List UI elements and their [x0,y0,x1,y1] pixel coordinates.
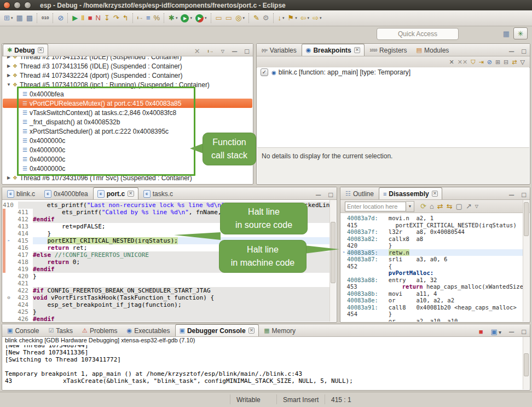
thread-row[interactable]: ▶❖Thread #3 1073413156 (IDLE) (Suspended… [3,61,252,71]
tab-disassembly[interactable]: ≡Disassembly✕ [379,187,442,199]
editor-scrollbar[interactable] [329,200,336,322]
new-view-icon[interactable]: ▢ [455,200,464,213]
disconnect-icon[interactable]: N [95,12,102,24]
suspend-icon[interactable]: Ⅱ [80,12,85,24]
tab-debugger-console[interactable]: ▣Debugger Console✕ [175,324,259,336]
quick-access-button[interactable]: Quick Access [377,28,459,40]
stack-frame-row[interactable]: ☰vTaskSwitchContext() at tasks.c:2,846 0… [3,108,252,117]
home-icon[interactable]: ⌂ [429,200,435,213]
display-console-icon[interactable]: ▣▾ [490,326,502,338]
last-edit-location-icon[interactable]: ↓▾ [277,12,286,24]
location-input[interactable]: Enter location here [345,202,406,211]
refresh-icon[interactable]: ⟳ [419,200,427,213]
tab-outline[interactable]: ☷Outline [341,187,378,199]
console-scrollbar[interactable] [523,337,529,389]
debug-perspective-button[interactable]: ✳ [513,27,528,39]
open-perspective-button[interactable]: ▦ [499,27,513,39]
save-icon[interactable]: ▦ [15,12,24,24]
minimize-icon[interactable]: ─ [508,189,515,201]
tab-registers[interactable]: 1010Registers [365,44,411,56]
instruction-step-mode-icon[interactable]: i→ [207,45,215,58]
thread-row[interactable]: ▶❖Thread #2 1073411312 (IDLE) (Suspended… [3,56,252,61]
close-icon[interactable]: ✕ [432,191,438,197]
search-icon[interactable]: ◎▾ [234,12,246,24]
forward-icon[interactable]: ⇨▾ [311,12,322,24]
binary-icon[interactable]: 010 [41,12,50,24]
debug-icon[interactable]: ✱▾ [167,12,178,24]
thread-row[interactable]: ▶❖Thread #4 1073432224 (dport) (Suspende… [3,71,252,80]
tab-debug[interactable]: ✱ Debug ✕ [3,44,48,56]
skip-all-icon[interactable]: ⊘ [486,56,493,68]
remove-all-breakpoints-icon[interactable]: ✕✕ [456,56,469,68]
minimize-icon[interactable]: ─ [315,189,322,201]
tab-blink-c[interactable]: cblink.c [3,187,39,199]
tab-breakpoints[interactable]: ◉Breakpoints✕ [302,44,365,56]
stack-frame-row[interactable]: ☰vPortCPUReleaseMutex() at port.c:415 0x… [3,99,252,108]
terminate-icon[interactable]: ■ [87,12,94,24]
link-with-debug-icon[interactable]: ⇄ [511,56,518,68]
thread-row[interactable]: ▶❖Thread #6 1073431096 (Tmr Svc) (Suspen… [3,173,252,182]
maximize-icon[interactable]: □ [244,45,250,58]
new-icon[interactable]: ⊞▾ [3,12,14,24]
show-breakpoints-supported-icon[interactable]: ⛉ [470,56,476,68]
breakpoints-list[interactable]: ✓ ◉ blink.c [function: app_main] [type: … [257,67,529,148]
maximize-icon[interactable]: □ [327,189,334,201]
view-menu-icon[interactable]: ▽ [474,200,479,213]
skip-all-breakpoints-icon[interactable]: ⊘ [56,12,65,24]
disassembly-listing[interactable]: 40083a7d: movi.n a2, 1415 portEXIT_CRITI… [341,213,523,322]
close-icon[interactable]: ✕ [38,47,44,53]
tab-tasks-c[interactable]: ctasks.c [139,187,177,199]
tab-tasks[interactable]: ☑Tasks [44,324,77,336]
pin-view-icon[interactable]: ↗ [465,200,473,213]
resume-icon[interactable]: ▶ [71,12,79,24]
tab-0x4000bfea[interactable]: c0x4000bfea [40,187,92,199]
maximize-icon[interactable]: □ [521,326,527,338]
use-step-filters-icon[interactable]: % [152,12,161,24]
step-return-icon[interactable]: ↰ [122,12,130,24]
run-icon[interactable]: ▶▾ [180,12,193,24]
view-menu-icon[interactable]: ▽ [519,56,526,68]
tab-modules[interactable]: ▤Modules [412,44,454,56]
close-icon[interactable]: ✕ [248,328,255,334]
tab-variables[interactable]: (x)=Variables [257,44,301,56]
location-dropdown[interactable]: ▼ [406,201,414,212]
go-to-file-icon[interactable]: ⇥ [477,56,484,68]
minimize-icon[interactable]: ─ [508,326,515,338]
collapse-all-icon[interactable]: ⊟ [502,56,510,68]
track-expression-icon[interactable]: ⇆ [446,200,454,213]
tab-port-c[interactable]: cport.c✕ [93,187,138,199]
window-maximize-button[interactable] [24,2,31,9]
instruction-stepping-mode-icon[interactable]: ≡ [145,12,152,24]
instruction-step-icon[interactable]: i→ [136,12,144,24]
maximize-icon[interactable]: □ [521,189,527,201]
save-all-icon[interactable]: ▩ [25,12,34,24]
back-icon[interactable]: ⇦▾ [299,12,310,24]
coverage-icon[interactable]: ▶▾ [194,12,208,24]
window-close-button[interactable] [3,2,10,9]
gears-icon[interactable]: ⚙ [262,12,270,24]
tab-memory[interactable]: ▦Memory [259,324,300,336]
minimize-icon[interactable]: ─ [508,45,515,58]
maximize-icon[interactable]: □ [521,45,527,58]
stack-frame-row[interactable]: ☰_frxt_dispatch() at 0x4008532b [3,117,252,127]
open-project-icon[interactable]: ▭ [215,12,223,24]
open-resource-icon[interactable]: ▭ [224,12,233,24]
sync-active-context-icon[interactable]: ⇄ [436,200,444,213]
tab-problems[interactable]: ⚠Problems [78,324,122,336]
view-menu-icon[interactable]: ▽ [220,45,225,58]
minimize-icon[interactable]: ─ [231,45,238,58]
thread-row[interactable]: ▼❖Thread #5 1073410208 (ipc1 : Running) … [3,80,252,89]
window-minimize-button[interactable] [14,2,21,9]
pencil-icon[interactable]: ✎ [252,12,261,24]
close-icon[interactable]: ✕ [128,191,134,197]
breakpoint-item[interactable]: ✓ ◉ blink.c [function: app_main] [type: … [257,67,529,77]
close-icon[interactable]: ✕ [354,47,361,53]
next-annotation-icon[interactable]: ⚑▾ [287,12,298,24]
tab-executables[interactable]: ◉Executables [123,324,175,336]
step-into-icon[interactable]: ↧ [103,12,111,24]
debugger-console-output[interactable]: [New Thread 1073468744][New Thread 10734… [3,345,523,389]
stack-frame-row[interactable]: ☰0x4000bfea [3,89,252,99]
remove-terminated-icon[interactable]: ✕ [193,45,201,58]
remove-breakpoint-icon[interactable]: ✕ [448,56,455,68]
terminate-console-icon[interactable]: ■ [478,326,484,338]
